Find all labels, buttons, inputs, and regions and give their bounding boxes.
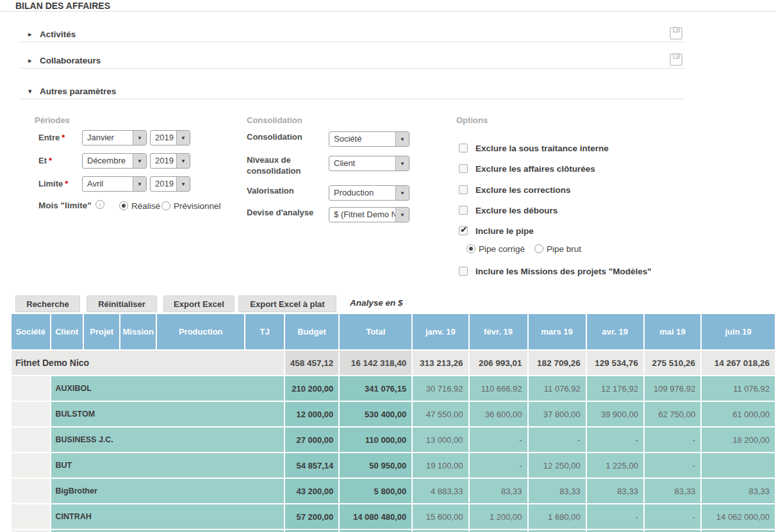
exclure-corrections-checkbox[interactable] xyxy=(459,185,468,194)
month-cell: 1 680,00 xyxy=(529,504,586,529)
entre-month-select[interactable]: Janvier ▼ xyxy=(82,130,147,145)
client-name-cell: CINTRAH xyxy=(51,504,284,529)
group-label-options: Options xyxy=(456,115,488,125)
check-icon: ✔ xyxy=(460,224,468,235)
month-cell: 313 213,26 xyxy=(413,351,468,375)
radio-dot xyxy=(122,204,126,208)
section-collaborateurs[interactable]: ▸ Collaborateurs xyxy=(28,53,101,67)
devise-analyse-select[interactable]: $ (Fitnet Demo Ni ▼ xyxy=(329,207,409,222)
budget-cell: 43 200,00 xyxy=(285,479,338,503)
total-cell: 50 950,00 xyxy=(340,453,411,478)
save-icon[interactable] xyxy=(668,26,684,41)
mois-limite-label: Mois "limite" xyxy=(38,201,92,210)
export-excel-plat-button[interactable]: Export Excel à plat xyxy=(238,295,336,312)
header-mai: mai 19 xyxy=(645,314,700,349)
total-cell: 14 080 480,00 xyxy=(340,504,411,529)
budget-cell: 54 857,14 xyxy=(285,453,338,478)
month-cell: 275 510,26 xyxy=(645,351,700,375)
realise-radio[interactable] xyxy=(119,201,128,210)
header-mission: Mission xyxy=(120,314,156,349)
header-mars: mars 19 xyxy=(529,314,586,349)
header-janv: janv. 19 xyxy=(413,314,468,349)
group-label-consolidation: Consolidation xyxy=(247,115,302,125)
header-budget: Budget xyxy=(285,314,338,349)
entre-year-select[interactable]: 2019 ▼ xyxy=(150,130,190,145)
required-marker: * xyxy=(62,133,65,142)
pipe-corrige-label: Pipe corrigé xyxy=(479,244,525,254)
select-arrow-button: ▼ xyxy=(133,131,146,145)
client-name-cell: BUT xyxy=(51,453,284,478)
month-cell: 11 076,92 xyxy=(529,376,586,401)
month-cell: - xyxy=(587,504,643,529)
month-cell: 61 000,00 xyxy=(702,402,775,426)
month-cell: 1 225,00 xyxy=(587,453,643,478)
section-activites[interactable]: ▸ Activités xyxy=(28,27,76,41)
client-row: CINTRAH57 200,0014 080 480,0015 600,001 … xyxy=(12,504,775,529)
month-cell: 83,33 xyxy=(470,479,527,503)
previsionnel-radio[interactable] xyxy=(161,201,170,210)
inclure-pipe-checkbox[interactable]: ✔ xyxy=(459,226,468,235)
month-cell: 129 534,76 xyxy=(587,351,643,375)
required-marker: * xyxy=(49,156,52,165)
month-cell: 36 600,00 xyxy=(470,402,527,426)
header-fevr: févr. 19 xyxy=(470,314,527,349)
limite-year-select[interactable]: 2019 ▼ xyxy=(150,176,190,192)
valorisation-select[interactable]: Production ▼ xyxy=(329,185,409,201)
select-arrow-button: ▼ xyxy=(395,208,409,222)
checkbox-label: Inclure le pipe xyxy=(475,226,534,236)
et-label: Et* xyxy=(38,156,52,165)
niveaux-consolidation-select[interactable]: Client ▼ xyxy=(329,156,409,171)
select-value: Client xyxy=(329,156,395,170)
month-cell: 30 716,92 xyxy=(413,376,468,401)
exclure-affaires-cloturees-checkbox[interactable] xyxy=(459,164,468,173)
reinitialiser-button[interactable]: Réinitialiser xyxy=(87,295,157,312)
devise-analyse-label: Devise d'analyse xyxy=(247,208,313,217)
budget-cell: 458 457,12 xyxy=(285,351,338,375)
select-value: Société xyxy=(329,132,395,146)
month-cell: 83,33 xyxy=(529,479,586,503)
save-icon[interactable] xyxy=(668,52,684,67)
pipe-brut-radio[interactable] xyxy=(534,244,543,253)
month-cell: 83,33 xyxy=(645,479,700,503)
chevron-down-icon: ▼ xyxy=(137,135,142,141)
total-cell: 341 076,15 xyxy=(340,376,411,401)
export-excel-button[interactable]: Export Excel xyxy=(163,295,235,312)
select-arrow-button: ▼ xyxy=(395,156,409,170)
select-value: Production xyxy=(329,186,395,200)
entre-label: Entre* xyxy=(38,133,65,142)
select-value: 2019 xyxy=(151,131,176,145)
inclure-missions-modeles-checkbox[interactable] xyxy=(459,267,468,276)
month-cell: 39 900,00 xyxy=(587,402,643,426)
exclure-sous-traitance-checkbox[interactable] xyxy=(459,144,468,153)
et-year-select[interactable]: 2019 ▼ xyxy=(150,153,190,169)
limite-month-select[interactable]: Avril ▼ xyxy=(82,176,147,192)
month-cell: 15 600,00 xyxy=(413,504,468,529)
total-cell: 5 800,00 xyxy=(340,479,411,503)
results-table: Société Client Projet Mission Production… xyxy=(10,313,776,532)
month-cell: 62 750,00 xyxy=(645,402,700,426)
header-juin: juin 19 xyxy=(702,314,775,349)
client-name-cell: BULSTOM xyxy=(51,402,284,426)
header-production: Production xyxy=(157,314,244,349)
select-arrow-button: ▼ xyxy=(395,186,409,200)
month-cell: 47 550,00 xyxy=(413,402,468,426)
consolidation-select[interactable]: Société ▼ xyxy=(329,131,409,147)
header-tj: TJ xyxy=(245,314,284,349)
et-month-select[interactable]: Décembre ▼ xyxy=(82,153,147,169)
societe-cell xyxy=(12,428,50,452)
month-cell: 12 176,92 xyxy=(587,376,643,401)
select-arrow-button: ▼ xyxy=(395,132,409,146)
section-autres-parametres[interactable]: ▾ Autres paramètres xyxy=(28,84,116,98)
client-row: BigBrother43 200,005 800,004 883,3383,33… xyxy=(12,479,775,503)
info-icon[interactable]: i xyxy=(95,200,104,209)
select-value: 2019 xyxy=(151,177,176,191)
recherche-button[interactable]: Recherche xyxy=(15,295,80,312)
exclure-debours-checkbox[interactable] xyxy=(459,206,468,215)
societe-cell xyxy=(12,376,50,401)
limite-label: Limite* xyxy=(38,179,68,188)
section-divider xyxy=(19,68,685,69)
pipe-corrige-radio[interactable] xyxy=(466,244,475,253)
floppy-disk-icon xyxy=(668,52,684,67)
client-row: AUXIBOL210 200,00341 076,1530 716,92110 … xyxy=(12,376,775,401)
valorisation-label: Valorisation xyxy=(247,186,294,195)
